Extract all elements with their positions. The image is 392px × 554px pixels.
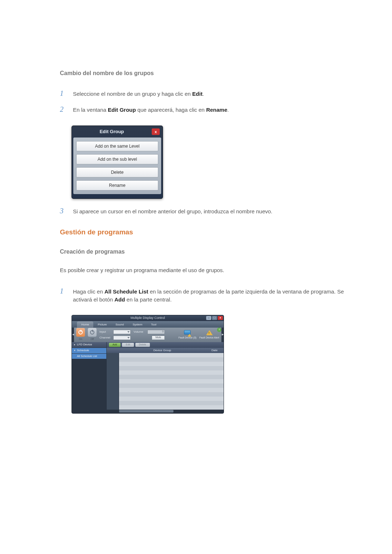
label: Schedule — [77, 348, 89, 353]
step-text: Seleccione el nombre de un grupo y haga … — [73, 90, 348, 98]
mdc-window: Multiple Display Control – □ x Home Pict… — [72, 315, 224, 414]
text: Seleccione el nombre de un grupo y haga … — [73, 91, 192, 97]
sidebar-empty — [72, 359, 106, 413]
fault-alert-label: Fault Device Alert — [199, 336, 219, 339]
mute-button[interactable]: Mute — [152, 336, 165, 340]
step-number: 2 — [60, 104, 66, 115]
help-button[interactable]: ? — [217, 328, 221, 332]
edit-group-dialog: Edit Group x Add on the same Level Add o… — [72, 126, 163, 199]
delete-button[interactable]: Delete — [135, 343, 150, 347]
subhead-rename-groups: Cambio del nombre de los grupos — [60, 69, 348, 78]
steps-create-schedule: 1 Haga clic en All Schedule List en la s… — [60, 286, 348, 304]
maximize-button[interactable]: □ — [212, 316, 217, 320]
window-buttons: – □ x — [206, 316, 223, 320]
add-button[interactable]: Add — [109, 343, 121, 347]
tab-tool[interactable]: Tool — [147, 321, 161, 328]
bold: Rename — [206, 107, 227, 113]
chevron-right-icon: ▸ — [74, 343, 75, 347]
tab-picture[interactable]: Picture — [93, 321, 111, 328]
step-number: 1 — [60, 88, 66, 99]
sidebar-item-schedule[interactable]: ▾Schedule — [72, 348, 106, 354]
grid-header: Device Group Date — [107, 348, 224, 353]
grid-rows — [119, 353, 224, 410]
power-icon — [90, 330, 94, 335]
ribbon: ◀ On Off Input Channel — [72, 328, 224, 342]
step-3: 3 Si aparece un cursor en el nombre ante… — [60, 205, 348, 216]
step-text: Haga clic en All Schedule List en la sec… — [73, 288, 348, 304]
horizontal-scrollbar[interactable] — [107, 410, 224, 413]
row-header-gutter — [107, 353, 119, 410]
channel-label: Channel — [99, 336, 112, 340]
text: que aparecerá, haga clic en — [136, 107, 206, 113]
warning-icon — [206, 330, 213, 335]
col-date: Date — [205, 348, 224, 353]
step-number: 3 — [60, 205, 66, 216]
power-on-label: On — [79, 337, 82, 341]
chevron-down-icon: ▾ — [74, 349, 75, 353]
bold: Edit Group — [108, 107, 136, 113]
power-off-label: Off — [90, 337, 94, 341]
warning-badge-icon — [188, 334, 191, 337]
input-label: Input — [99, 330, 112, 334]
power-off-button[interactable] — [88, 328, 97, 337]
tab-sound[interactable]: Sound — [111, 321, 128, 328]
dialog-titlebar: Edit Group x — [72, 126, 163, 137]
step-2: 2 En la ventana Edit Group que aparecerá… — [60, 104, 348, 115]
text: . — [227, 107, 229, 113]
heading-schedule-management: Gestión de programas — [60, 227, 348, 238]
channel-select[interactable] — [113, 336, 131, 340]
volume-label: Volume — [134, 330, 146, 334]
dialog-body: Add on the same Level Add on the sub lev… — [73, 138, 161, 194]
volume-slider[interactable]: 0 — [147, 330, 165, 334]
input-select[interactable] — [113, 330, 131, 334]
fault-device-alert[interactable]: Fault Device Alert — [199, 330, 219, 339]
sidebar: ▸LFD Device ▾Schedule All Schedule List — [72, 342, 107, 413]
minimize-button[interactable]: – — [206, 316, 211, 320]
main-panel: Device Group Date — [107, 348, 224, 413]
power-on-button[interactable] — [76, 328, 85, 337]
tab-system[interactable]: System — [128, 321, 147, 328]
grid-body — [107, 353, 224, 410]
scroll-right-icon[interactable]: ▶ — [221, 328, 224, 342]
step-1: 1 Haga clic en All Schedule List en la s… — [60, 286, 348, 304]
intro-text: Es posible crear y registrar un programa… — [60, 266, 348, 275]
menu-add-same-level[interactable]: Add on the same Level — [76, 141, 158, 151]
subhead-create-schedule: Creación de programas — [60, 247, 348, 256]
bold: Add — [114, 296, 125, 303]
edit-button[interactable]: Edit — [122, 343, 134, 347]
menu-add-sub-level[interactable]: Add on the sub level — [76, 154, 158, 164]
fault-label: Fault Device (0) — [179, 336, 196, 339]
tab-home[interactable]: Home — [77, 321, 93, 328]
close-button[interactable]: x — [152, 128, 160, 135]
dialog-title: Edit Group — [72, 128, 152, 135]
step-1: 1 Seleccione el nombre de un grupo y hag… — [60, 88, 348, 99]
mdc-body: ▸LFD Device ▾Schedule All Schedule List … — [72, 348, 224, 413]
text: En la ventana — [73, 107, 108, 113]
fault-device-count[interactable]: Fault Device (0) — [179, 330, 196, 339]
bold: Edit — [192, 91, 203, 97]
tab-bar: Home Picture Sound System Tool ? — [72, 321, 224, 328]
step-text: Si aparece un cursor en el nombre anteri… — [73, 208, 348, 216]
bold: All Schedule List — [105, 288, 148, 295]
titlebar: Multiple Display Control – □ x — [72, 315, 224, 321]
step-text: En la ventana Edit Group que aparecerá, … — [73, 106, 348, 114]
menu-delete[interactable]: Delete — [76, 167, 158, 177]
step-number: 1 — [60, 286, 66, 296]
close-button[interactable]: x — [218, 316, 223, 320]
sidebar-item-all-schedule-list[interactable]: All Schedule List — [72, 354, 106, 359]
text: . — [203, 91, 204, 97]
window-title: Multiple Display Control — [72, 316, 224, 321]
text: en la parte central. — [125, 296, 171, 303]
power-icon — [78, 330, 83, 335]
menu-rename[interactable]: Rename — [76, 180, 158, 190]
steps-rename-cont: 3 Si aparece un cursor en el nombre ante… — [60, 205, 348, 216]
text: Haga clic en — [73, 288, 105, 295]
steps-rename: 1 Seleccione el nombre de un grupo y hag… — [60, 88, 348, 115]
col-device-group: Device Group — [119, 348, 205, 353]
label: LFD Device — [77, 342, 92, 347]
sidebar-item-lfd[interactable]: ▸LFD Device — [72, 342, 106, 348]
